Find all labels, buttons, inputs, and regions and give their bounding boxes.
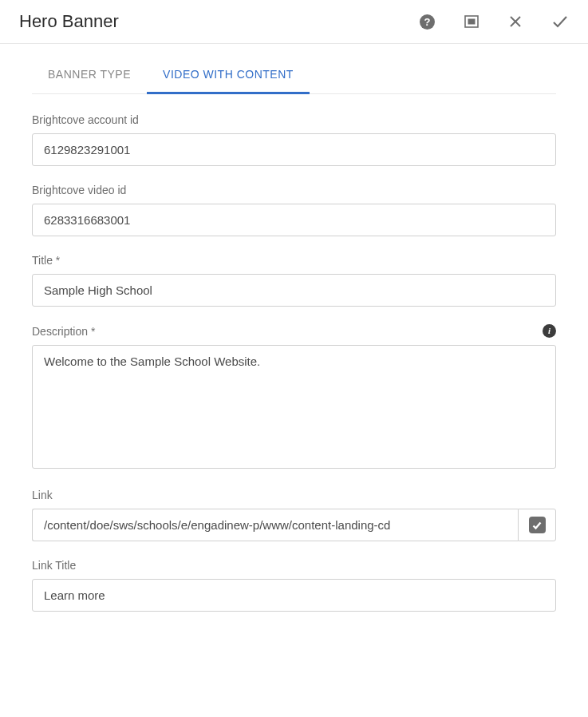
label-link-title: Link Title [32,559,76,572]
help-button[interactable]: ? [420,14,435,30]
help-icon: ? [420,14,435,30]
info-icon[interactable]: i [543,324,556,338]
input-video-id[interactable] [32,204,556,236]
form: Brightcove account id Brightcove video i… [32,94,556,648]
check-icon [551,13,569,30]
label-account-id: Brightcove account id [32,113,139,126]
field-account-id: Brightcove account id [32,113,556,166]
dialog-actions: ? [420,13,569,30]
checkbox-icon [529,517,546,533]
close-button[interactable] [508,14,523,29]
label-title: Title * [32,254,60,267]
tab-video-with-content[interactable]: VIDEO WITH CONTENT [147,58,310,94]
input-link-title[interactable] [32,579,556,612]
field-description: Description * i [32,324,556,471]
dialog-header: Hero Banner ? [0,0,588,44]
fullscreen-icon [464,14,479,30]
field-video-id: Brightcove video id [32,184,556,236]
dialog-body: BANNER TYPE VIDEO WITH CONTENT Brightcov… [0,58,588,648]
input-link[interactable] [32,509,518,541]
input-account-id[interactable] [32,133,556,166]
input-title[interactable] [32,274,556,307]
field-title: Title * [32,254,556,307]
label-video-id: Brightcove video id [32,184,126,196]
tab-banner-type[interactable]: BANNER TYPE [32,58,147,94]
label-link: Link [32,489,53,501]
confirm-button[interactable] [551,13,569,30]
link-select-button[interactable] [518,509,556,541]
tab-bar: BANNER TYPE VIDEO WITH CONTENT [32,58,556,94]
field-link: Link [32,489,556,541]
fullscreen-button[interactable] [464,14,479,30]
dialog-title: Hero Banner [19,11,420,32]
svg-rect-1 [468,19,476,25]
input-description[interactable] [32,345,556,469]
close-icon [508,14,523,29]
label-description: Description * [32,325,95,338]
field-link-title: Link Title [32,559,556,612]
